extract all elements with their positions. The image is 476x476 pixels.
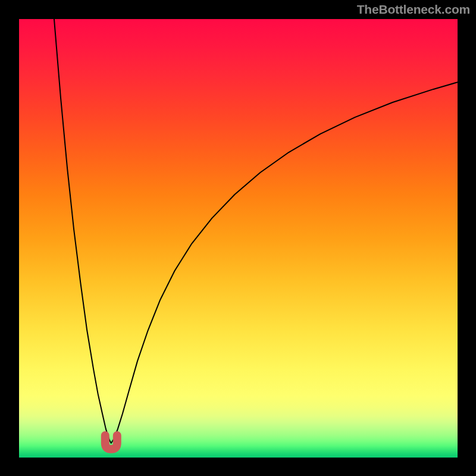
- plot-area: [19, 19, 458, 458]
- curve-layer: [19, 19, 458, 458]
- watermark-text: TheBottleneck.com: [357, 2, 470, 17]
- chart-frame: TheBottleneck.com: [0, 0, 476, 476]
- bottleneck-curve: [54, 19, 458, 443]
